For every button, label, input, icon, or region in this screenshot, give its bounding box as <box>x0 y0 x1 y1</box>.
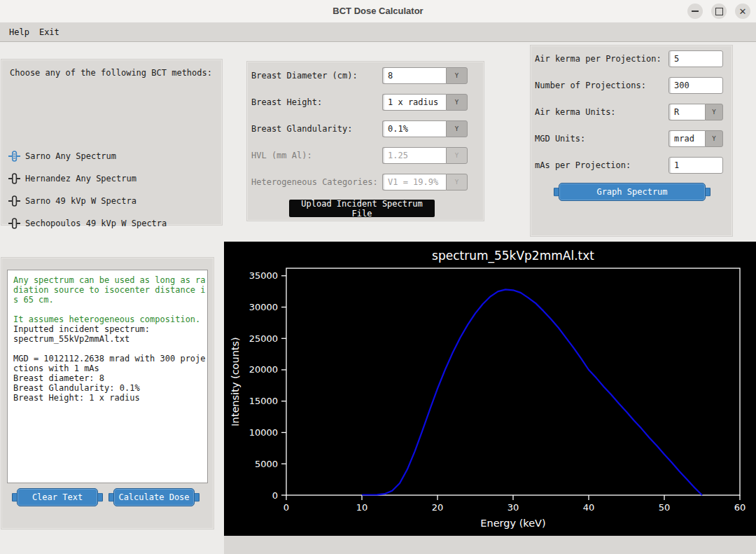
maximize-button[interactable] <box>711 4 727 19</box>
svg-text:60: 60 <box>734 502 746 513</box>
air-kerma-per-projection-input[interactable] <box>668 50 723 67</box>
svg-text:5000: 5000 <box>255 459 278 469</box>
svg-text:0: 0 <box>284 502 289 513</box>
number-of-projections-label: Number of Projections: <box>535 81 646 90</box>
heterogeneous-categories-combobox: V1 = 19.9% Y <box>382 174 468 191</box>
mas-per-projection-label: mAs per Projection: <box>535 160 631 170</box>
combobox-value: 1.25 <box>382 147 446 164</box>
output-line: spectrum_55kVp2mmAl.txt <box>13 334 204 344</box>
output-line: MGD = 1012112.2638 mrad with 300 proje <box>13 354 204 363</box>
svg-text:20000: 20000 <box>249 364 278 375</box>
mas-per-projection-input[interactable] <box>668 157 723 174</box>
svg-text:10: 10 <box>356 502 368 513</box>
breast-glandularity-label: Breast Glandularity: <box>251 124 353 134</box>
minimize-icon <box>692 11 699 12</box>
air-kerma-units-combobox[interactable]: R Y <box>668 104 723 120</box>
method-sarno-49kvp-w-spectra[interactable]: Sarno 49 kVp W Spectra <box>8 195 136 207</box>
breast-height-label: Breast Height: <box>251 97 322 107</box>
combobox-value[interactable]: R <box>668 104 705 120</box>
chart-bottom-strip <box>224 536 756 554</box>
chevron-down-icon[interactable]: Y <box>446 120 468 137</box>
radio-icon <box>8 151 20 162</box>
svg-text:30000: 30000 <box>249 302 278 312</box>
svg-text:15000: 15000 <box>249 396 278 406</box>
svg-text:50: 50 <box>659 502 671 513</box>
output-line: Breast diameter: 8 <box>13 373 204 383</box>
svg-text:Energy (keV): Energy (keV) <box>480 518 545 529</box>
method-sarno-any-spectrum[interactable]: Sarno Any Spectrum <box>8 150 116 162</box>
number-of-projections-input[interactable] <box>668 77 723 94</box>
output-line: Any spectrum can be used as long as ra <box>13 275 204 285</box>
radio-icon <box>8 218 20 229</box>
svg-text:0: 0 <box>272 490 278 501</box>
spectrum-chart: 0500010000150002000025000300003500001020… <box>224 242 756 536</box>
svg-text:10000: 10000 <box>249 427 278 438</box>
minimize-button[interactable] <box>687 4 703 19</box>
exposure-panel: Air kerma per Projection: Number of Proj… <box>531 46 732 236</box>
clear-text-button[interactable]: Clear Text <box>17 488 98 506</box>
air-kerma-units-label: Air kerma Units: <box>535 107 616 117</box>
svg-text:20: 20 <box>432 502 444 513</box>
breast-diameter-combobox[interactable]: 8 Y <box>382 67 468 84</box>
upload-incident-spectrum-button[interactable]: Upload Incident Spectrum File <box>289 200 435 217</box>
output-line: Inputted incident spectrum: <box>13 324 204 334</box>
svg-text:Intensity (counts): Intensity (counts) <box>230 337 241 427</box>
close-button[interactable]: ✕ <box>735 4 750 19</box>
output-line: s 65 cm. <box>13 295 204 305</box>
spectrum-chart-svg: 0500010000150002000025000300003500001020… <box>224 242 756 536</box>
menu-help[interactable]: Help <box>4 26 34 39</box>
chevron-down-icon[interactable]: Y <box>705 130 723 147</box>
chevron-down-icon: Y <box>446 174 468 191</box>
breast-height-combobox[interactable]: 1 x radius Y <box>382 94 468 111</box>
method-sechopoulos-49kvp-w-spectra[interactable]: Sechopoulos 49 kVp W Spectra <box>8 217 167 230</box>
method-label: Sechopoulos 49 kVp W Spectra <box>25 219 167 228</box>
hvl-combobox: 1.25 Y <box>382 147 468 164</box>
bct-dose-calculator-window: BCT Dose Calculator ✕ Help Exit Choose a… <box>0 0 756 554</box>
method-label: Sarno Any Spectrum <box>25 151 116 161</box>
menu-exit[interactable]: Exit <box>34 26 64 39</box>
calculate-dose-button[interactable]: Calculate Dose <box>113 488 195 506</box>
menubar: Help Exit <box>0 22 756 42</box>
radio-icon <box>8 195 20 207</box>
methods-panel: Choose any of the following BCT methods:… <box>1 60 222 225</box>
output-panel: Any spectrum can be used as long as radi… <box>1 258 214 529</box>
combobox-value[interactable]: 1 x radius <box>382 94 446 111</box>
output-textbox[interactable]: Any spectrum can be used as long as radi… <box>7 270 208 483</box>
combobox-value[interactable]: mrad <box>668 130 705 147</box>
chevron-down-icon[interactable]: Y <box>446 67 468 84</box>
params-panel: Breast Diameter (cm): 8 Y Breast Height:… <box>247 62 484 221</box>
output-line: Breast Height: 1 x radius <box>13 393 204 403</box>
chevron-down-icon: Y <box>446 147 468 164</box>
mgd-units-combobox[interactable]: mrad Y <box>668 130 723 147</box>
combobox-value[interactable]: 8 <box>382 67 446 84</box>
svg-text:40: 40 <box>583 502 595 513</box>
method-hernandez-any-spectrum[interactable]: Hernandez Any Spectrum <box>8 172 136 185</box>
output-line: It assumes heterogeneous composition. <box>13 314 204 324</box>
maximize-icon <box>715 8 723 15</box>
mgd-units-label: MGD Units: <box>535 134 585 144</box>
combobox-value[interactable]: 0.1% <box>382 120 446 137</box>
air-kerma-per-projection-label: Air kerma per Projection: <box>535 54 662 64</box>
methods-heading: Choose any of the following BCT methods: <box>10 68 212 78</box>
output-line: ctions with 1 mAs <box>13 363 204 373</box>
breast-glandularity-combobox[interactable]: 0.1% Y <box>382 120 468 137</box>
chevron-down-icon[interactable]: Y <box>446 94 468 111</box>
output-line: diation source to isocenter distance i <box>13 285 204 295</box>
window-title: BCT Dose Calculator <box>0 6 756 16</box>
titlebar: BCT Dose Calculator ✕ <box>0 0 756 22</box>
window-controls: ✕ <box>687 4 750 19</box>
chevron-down-icon[interactable]: Y <box>705 104 723 120</box>
svg-text:35000: 35000 <box>249 270 278 281</box>
close-icon: ✕ <box>739 7 747 16</box>
hvl-label: HVL (mm Al): <box>251 151 312 160</box>
breast-diameter-label: Breast Diameter (cm): <box>251 71 358 81</box>
graph-spectrum-button[interactable]: Graph Spectrum <box>559 183 706 201</box>
method-label: Hernandez Any Spectrum <box>25 174 136 183</box>
svg-text:spectrum_55kVp2mmAl.txt: spectrum_55kVp2mmAl.txt <box>432 249 594 263</box>
combobox-value: V1 = 19.9% <box>382 174 446 191</box>
radio-icon <box>8 173 20 184</box>
output-line: Breast Glandularity: 0.1% <box>13 383 204 393</box>
svg-text:30: 30 <box>507 502 519 513</box>
heterogeneous-categories-label: Heterogeneous Categories: <box>251 177 378 187</box>
svg-text:25000: 25000 <box>249 333 278 344</box>
